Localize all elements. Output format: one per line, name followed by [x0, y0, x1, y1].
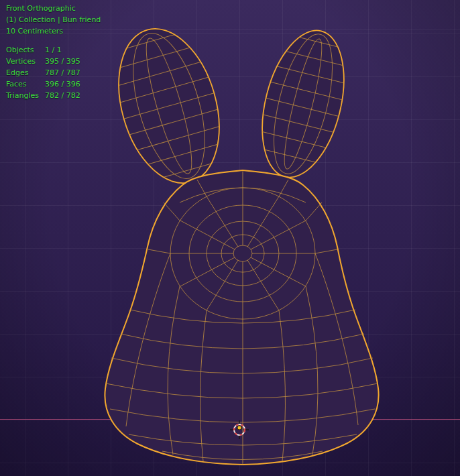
object-origin-dot	[237, 426, 241, 430]
3d-viewport[interactable]: Front Orthographic (1) Collection | Bun …	[0, 0, 460, 476]
viewport-overlay: Front Orthographic (1) Collection | Bun …	[6, 3, 101, 101]
collection-breadcrumb: (1) Collection | Bun friend	[6, 14, 101, 25]
scene-statistics: Objects 1 / 1 Vertices 395 / 395 Edges 7…	[6, 44, 101, 101]
body-outline	[105, 170, 378, 465]
stat-row-objects: Objects 1 / 1	[6, 44, 101, 56]
right-ear	[249, 22, 358, 186]
stat-row-edges: Edges 787 / 787	[6, 67, 101, 78]
left-ear	[102, 17, 236, 194]
bun-friend-mesh[interactable]	[102, 17, 378, 465]
scale-indicator: 10 Centimeters	[6, 25, 101, 37]
stat-row-triangles: Triangles 782 / 782	[6, 90, 101, 101]
view-name: Front Orthographic	[6, 3, 101, 14]
stat-row-faces: Faces 396 / 396	[6, 78, 101, 90]
stat-row-vertices: Vertices 395 / 395	[6, 56, 101, 67]
